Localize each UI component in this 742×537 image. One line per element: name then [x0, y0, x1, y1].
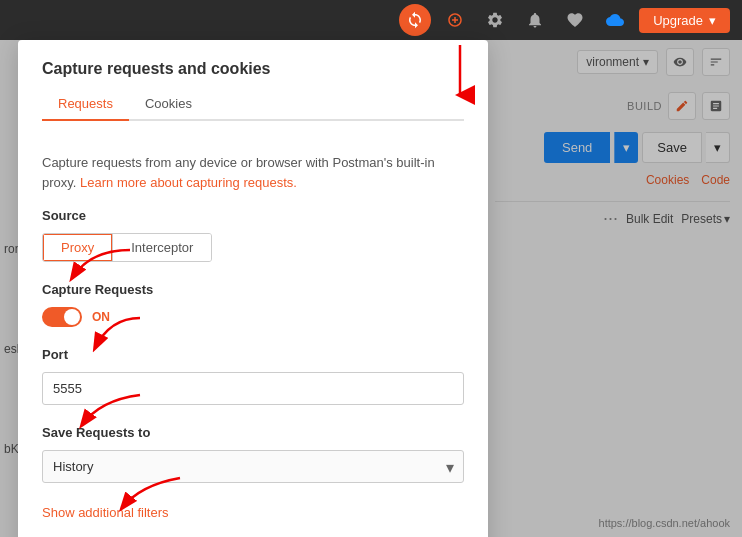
- capture-toggle[interactable]: [42, 307, 82, 327]
- modal-body: Capture requests from any device or brow…: [18, 137, 488, 537]
- upgrade-button[interactable]: Upgrade ▾: [639, 8, 730, 33]
- source-buttons: Proxy Interceptor: [42, 233, 212, 262]
- tab-cookies[interactable]: Cookies: [129, 90, 208, 121]
- save-requests-label: Save Requests to: [42, 425, 464, 440]
- interceptor-button[interactable]: Interceptor: [113, 234, 211, 261]
- capture-requests-section: Capture Requests ON: [42, 282, 464, 327]
- save-requests-section: Save Requests to History: [42, 425, 464, 483]
- save-requests-select[interactable]: History: [42, 450, 464, 483]
- navbar: Upgrade ▾: [0, 0, 742, 40]
- toggle-row: ON: [42, 307, 464, 327]
- port-label: Port: [42, 347, 464, 362]
- toggle-on-label: ON: [92, 310, 110, 324]
- gear-icon-btn[interactable]: [479, 4, 511, 36]
- save-dropdown-wrapper: History: [42, 450, 464, 483]
- heart-icon-btn[interactable]: [559, 4, 591, 36]
- source-label: Source: [42, 208, 464, 223]
- modal-header: Capture requests and cookies Requests Co…: [18, 40, 488, 137]
- source-section: Source Proxy Interceptor: [42, 208, 464, 262]
- port-section: Port: [42, 347, 464, 405]
- tab-requests[interactable]: Requests: [42, 90, 129, 121]
- main-area: rom esl6 bKit vironment ▾ BUILD: [0, 40, 742, 537]
- sync-icon-btn[interactable]: [399, 4, 431, 36]
- modal-title: Capture requests and cookies: [42, 60, 464, 78]
- port-input[interactable]: [42, 372, 464, 405]
- bell-icon-btn[interactable]: [519, 4, 551, 36]
- proxy-button[interactable]: Proxy: [43, 234, 112, 261]
- modal-description: Capture requests from any device or brow…: [42, 153, 464, 192]
- show-filters-link[interactable]: Show additional filters: [42, 505, 168, 520]
- capture-requests-label: Capture Requests: [42, 282, 464, 297]
- capture-modal: Capture requests and cookies Requests Co…: [18, 40, 488, 537]
- learn-more-link[interactable]: Learn more about capturing requests.: [80, 175, 297, 190]
- modal-tabs: Requests Cookies: [42, 90, 464, 121]
- satellite-icon-btn[interactable]: [439, 4, 471, 36]
- cloud-icon-btn[interactable]: [599, 4, 631, 36]
